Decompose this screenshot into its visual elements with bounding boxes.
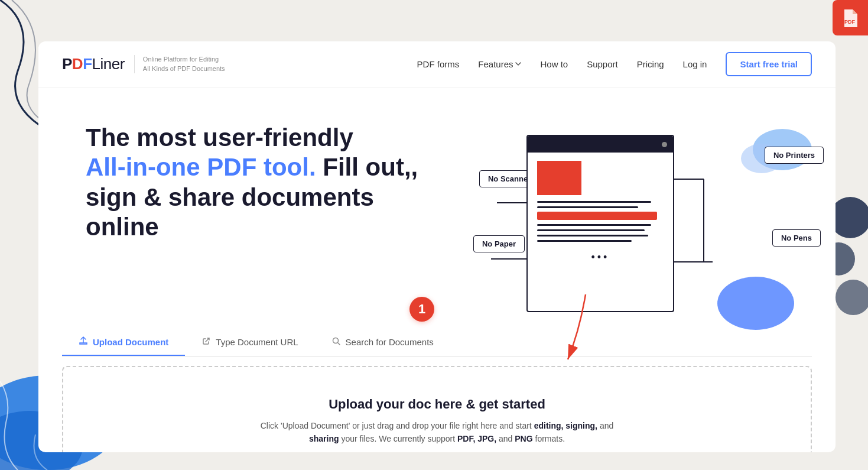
doc-red-bar	[537, 212, 657, 220]
doc-content: •••	[528, 153, 673, 272]
upload-section: 1 Upload Document Type Document UR	[62, 318, 812, 452]
svg-point-6	[836, 280, 868, 315]
callout-no-paper: No Paper	[473, 235, 525, 252]
upload-icon	[79, 336, 88, 348]
svg-point-14	[333, 338, 338, 343]
navbar: PDF Liner Online Platform for Editing Al…	[38, 41, 836, 87]
doc-line-2	[537, 206, 638, 208]
doc-ellipsis: •••	[537, 251, 664, 264]
doc-line-5	[537, 235, 648, 236]
nav-links: PDF forms Features How to Support Pricin…	[417, 59, 707, 69]
doc-line-4	[537, 229, 645, 231]
logo-d-red: D	[72, 55, 83, 73]
chevron-down-icon	[515, 62, 521, 66]
pdf-icon-svg: PDF	[840, 7, 861, 28]
nav-pricing[interactable]: Pricing	[637, 59, 664, 69]
logo-pdf-text: PDF	[62, 55, 92, 73]
nav-features[interactable]: Features	[478, 59, 521, 69]
hero-headline: The most user-friendly All-in-one PDF to…	[86, 123, 440, 242]
upload-dropzone[interactable]: Upload your doc here & get started Click…	[62, 366, 812, 452]
logo-text: PDF Liner	[62, 55, 125, 73]
url-icon	[201, 336, 211, 348]
nav-support[interactable]: Support	[587, 59, 618, 69]
start-free-trial-button[interactable]: Start free trial	[726, 52, 812, 76]
doc-line-1	[537, 201, 651, 203]
callout-no-printers: No Printers	[765, 147, 824, 164]
logo-tagline: Online Platform for Editing All Kinds of…	[134, 55, 225, 73]
hero-illustration: ••• No Scanners No	[485, 111, 812, 336]
logo-p: P	[62, 55, 72, 73]
logo-f-blue: F	[83, 55, 92, 73]
pdf-app-icon: PDF	[833, 0, 868, 35]
svg-text:PDF: PDF	[844, 19, 856, 25]
nav-pdf-forms[interactable]: PDF forms	[417, 59, 460, 69]
doc-line-6	[537, 240, 632, 242]
logo-liner-text: Liner	[92, 55, 125, 73]
doc-image-block	[537, 161, 581, 195]
pdf-document-mockup: •••	[526, 135, 674, 312]
upload-tabs: Upload Document Type Document URL Sea	[62, 329, 812, 356]
nav-login[interactable]: Log in	[683, 59, 707, 69]
doc-dot	[662, 142, 667, 147]
tab-type-url[interactable]: Type Document URL	[185, 329, 314, 356]
dropzone-title: Upload your doc here & get started	[75, 397, 799, 412]
callout-no-pens: No Pens	[772, 229, 821, 247]
tab-upload-document[interactable]: Upload Document	[62, 329, 185, 356]
logo[interactable]: PDF Liner Online Platform for Editing Al…	[62, 55, 225, 73]
search-icon	[331, 336, 341, 348]
tab-search-documents[interactable]: Search for Documents	[315, 329, 450, 356]
hero-text: The most user-friendly All-in-one PDF to…	[86, 111, 485, 242]
doc-line-3	[537, 224, 651, 226]
hero-section: The most user-friendly All-in-one PDF to…	[38, 87, 836, 336]
step-1-badge: 1	[409, 297, 434, 322]
dropzone-description: Click 'Upload Document' or just drag and…	[260, 419, 615, 446]
nav-how-to[interactable]: How to	[540, 59, 568, 69]
main-card: PDF Liner Online Platform for Editing Al…	[38, 41, 836, 452]
